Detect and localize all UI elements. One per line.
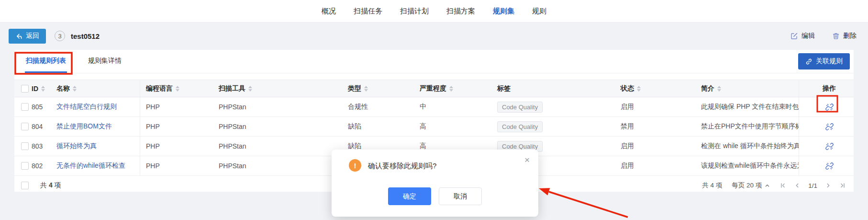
last-page-button[interactable] [839, 182, 846, 189]
sort-icon[interactable] [449, 86, 453, 92]
tab-ruleset-detail[interactable]: 规则集详情 [87, 50, 122, 73]
cancel-button[interactable]: 取消 [439, 187, 482, 205]
edit-button[interactable]: 编辑 [790, 32, 815, 40]
dialog-buttons: 确定 取消 [332, 187, 538, 205]
rule-id: 804 [30, 123, 51, 130]
table-header-row: ID 名称 编程语言 扫描工具 类型 [14, 80, 854, 97]
row-checkbox[interactable] [21, 103, 29, 111]
prev-page-button[interactable] [794, 182, 801, 189]
delete-button[interactable]: 删除 [832, 32, 857, 40]
sort-icon[interactable] [41, 86, 45, 92]
page-size-select[interactable]: 每页 20 项 [732, 181, 770, 190]
dialog-message: 确认要移除此规则吗? [368, 162, 436, 171]
total-items-label: 共 4 项 [40, 181, 61, 190]
sort-icon[interactable] [717, 86, 721, 92]
sort-icon[interactable] [248, 86, 252, 92]
chevron-up-icon [765, 183, 770, 188]
rule-type: 合规性 [342, 103, 414, 111]
column-header-status[interactable]: 状态 [615, 84, 695, 93]
rule-name-link[interactable]: 文件结尾空白行规则 [56, 103, 117, 111]
table-row: 805 文件结尾空白行规则 PHP PHPStan 合规性 中 Code Qua… [14, 97, 854, 117]
column-header-severity[interactable]: 严重程度 [414, 84, 491, 93]
rule-tag-badge: Code Quality [497, 102, 543, 113]
next-page-button[interactable] [825, 182, 832, 189]
associate-rules-button[interactable]: 关联规则 [798, 53, 850, 69]
annotation-arrow-line [549, 192, 628, 217]
back-arrow-icon [15, 33, 22, 40]
back-button-label: 返回 [26, 32, 39, 40]
disconnect-icon [825, 142, 834, 151]
column-header-id[interactable]: ID [30, 85, 51, 93]
sort-icon[interactable] [364, 86, 368, 92]
page-root: 概况 扫描任务 扫描计划 扫描方案 规则集 规则 返回 3 test0512 [0, 0, 868, 220]
rule-language: PHP [140, 142, 213, 150]
pagination-total: 共 4 项 [702, 181, 722, 190]
rule-status: 启用 [615, 142, 695, 151]
rule-language: PHP [140, 162, 213, 170]
table-row: 804 禁止使用BOM文件 PHP PHPStan 缺陷 高 Code Qual… [14, 117, 854, 137]
rule-intro: 检测在 while 循环中条件始终为真的情 [695, 142, 799, 151]
rule-tool: PHPStan [213, 123, 342, 130]
column-header-intro[interactable]: 简介 [695, 84, 799, 93]
disconnect-rule-button[interactable] [824, 161, 835, 171]
tab-scan-rule-list[interactable]: 扫描规则列表 [25, 50, 67, 73]
select-all-checkbox[interactable] [21, 85, 29, 93]
row-checkbox[interactable] [21, 123, 29, 130]
disconnect-icon [825, 103, 834, 111]
page-indicator: 1/1 [808, 182, 817, 189]
rule-tool: PHPStan [213, 162, 342, 170]
confirm-button[interactable]: 确定 [388, 187, 431, 205]
associate-rules-label: 关联规则 [816, 57, 843, 66]
column-header-action: 操作 [799, 80, 854, 97]
rule-name-link[interactable]: 禁止使用BOM文件 [56, 122, 112, 131]
rule-status: 启用 [615, 162, 695, 170]
rule-id: 805 [30, 103, 51, 111]
rule-tool: PHPStan [213, 103, 342, 111]
disconnect-rule-button[interactable] [824, 102, 835, 112]
rule-tool: PHPStan [213, 142, 342, 150]
back-button[interactable]: 返回 [9, 29, 46, 44]
rule-count-badge: 3 [55, 31, 65, 41]
rule-severity: 高 [414, 122, 491, 131]
header-actions: 编辑 删除 [790, 32, 857, 40]
nav-item-overview[interactable]: 概况 [322, 7, 336, 16]
edit-icon [790, 32, 798, 40]
sort-icon[interactable] [637, 86, 641, 92]
rule-name-link[interactable]: 无条件的while循环检查 [56, 162, 125, 170]
row-checkbox[interactable] [21, 162, 29, 170]
rule-intro: 该规则检查while循环中条件永远为fals [695, 162, 799, 170]
disconnect-rule-button[interactable] [824, 141, 835, 151]
row-checkbox[interactable] [21, 142, 29, 150]
confirm-dialog: ! 确认要移除此规则吗? × 确定 取消 [332, 150, 538, 217]
trash-icon [832, 32, 840, 40]
disconnect-icon [825, 162, 834, 170]
sort-icon[interactable] [73, 86, 77, 92]
disconnect-rule-button[interactable] [824, 122, 835, 132]
footer-checkbox[interactable] [21, 182, 29, 189]
nav-item-scan-tasks[interactable]: 扫描任务 [354, 7, 382, 16]
sort-icon[interactable] [176, 86, 179, 92]
nav-item-scan-plans[interactable]: 扫描计划 [400, 7, 429, 16]
column-header-tool[interactable]: 扫描工具 [213, 84, 342, 93]
rule-tag-badge: Code Quality [497, 121, 543, 132]
column-header-name[interactable]: 名称 [51, 80, 140, 97]
tab-bar: 扫描规则列表 规则集详情 关联规则 [14, 50, 854, 73]
nav-item-rulesets[interactable]: 规则集 [493, 7, 514, 16]
link-icon [805, 58, 812, 65]
first-page-button[interactable] [779, 182, 786, 189]
rule-name-link[interactable]: 循环始终为真 [56, 142, 97, 151]
nav-item-scan-schemes[interactable]: 扫描方案 [446, 7, 475, 16]
rule-language: PHP [140, 103, 213, 111]
close-icon[interactable]: × [523, 154, 531, 165]
tab-ruleset-detail-label: 规则集详情 [88, 57, 122, 65]
rule-status: 禁用 [615, 122, 695, 131]
tab-scan-rule-list-label: 扫描规则列表 [26, 57, 66, 65]
nav-item-rules[interactable]: 规则 [532, 7, 546, 16]
column-header-type[interactable]: 类型 [342, 84, 414, 93]
page-title: test0512 [71, 32, 100, 40]
rule-id: 803 [30, 142, 51, 150]
rule-language: PHP [140, 123, 213, 130]
column-header-language[interactable]: 编程语言 [140, 84, 213, 93]
rule-severity: 中 [414, 103, 491, 111]
top-nav: 概况 扫描任务 扫描计划 扫描方案 规则集 规则 [0, 0, 868, 23]
